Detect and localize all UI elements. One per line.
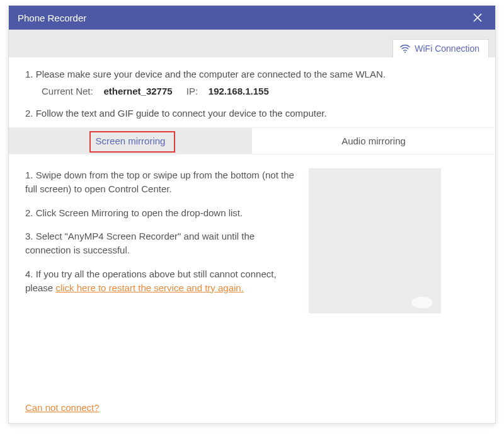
tab-screen-mirroring[interactable]: Screen mirroring bbox=[9, 128, 252, 154]
current-net-label: Current Net: bbox=[42, 86, 93, 96]
restart-service-link[interactable]: click here to restart the service and tr… bbox=[55, 282, 243, 293]
close-button[interactable] bbox=[469, 9, 486, 26]
current-net-value: ethernet_32775 bbox=[103, 86, 172, 96]
wifi-connection-tab[interactable]: WiFi Connection bbox=[392, 39, 489, 57]
wifi-icon bbox=[399, 44, 411, 53]
svg-point-2 bbox=[404, 52, 406, 53]
step-4: 4. If you try all the operations above b… bbox=[25, 267, 296, 295]
ip-label: IP: bbox=[186, 86, 198, 96]
tab-screen-label: Screen mirroring bbox=[96, 136, 166, 146]
intro-line-1: 1. Please make sure your device and the … bbox=[25, 69, 479, 79]
gif-guide-placeholder bbox=[309, 168, 441, 313]
footer: Can not connect? bbox=[25, 396, 479, 413]
close-icon bbox=[472, 13, 483, 23]
steps-column: 1. Swipe down from the top or swipe up f… bbox=[25, 168, 296, 396]
cannot-connect-link[interactable]: Can not connect? bbox=[25, 402, 100, 413]
mirroring-tabs: Screen mirroring Audio mirroring bbox=[9, 127, 495, 154]
window-title: Phone Recorder bbox=[18, 13, 469, 23]
title-bar: Phone Recorder bbox=[9, 6, 495, 30]
wifi-tab-label: WiFi Connection bbox=[415, 44, 479, 54]
dialog-window: Phone Recorder WiFi Connection 1. Please… bbox=[8, 5, 496, 424]
ip-value: 192.168.1.155 bbox=[209, 86, 269, 96]
step-3: 3. Select "AnyMP4 Screen Recorder" and w… bbox=[25, 229, 296, 257]
step-2: 2. Click Screen Mirroring to open the dr… bbox=[25, 206, 296, 220]
content-row: 1. Swipe down from the top or swipe up f… bbox=[25, 168, 479, 396]
step-1: 1. Swipe down from the top or swipe up f… bbox=[25, 168, 296, 196]
tab-audio-label: Audio mirroring bbox=[341, 136, 406, 146]
intro-line-2: 2. Follow the text and GIF guide to conn… bbox=[25, 108, 479, 119]
network-info: Current Net: ethernet_32775 IP: 192.168.… bbox=[25, 86, 479, 96]
tab-audio-mirroring[interactable]: Audio mirroring bbox=[252, 128, 495, 154]
connection-type-bar: WiFi Connection bbox=[9, 30, 495, 57]
dialog-body: 1. Please make sure your device and the … bbox=[9, 57, 495, 423]
